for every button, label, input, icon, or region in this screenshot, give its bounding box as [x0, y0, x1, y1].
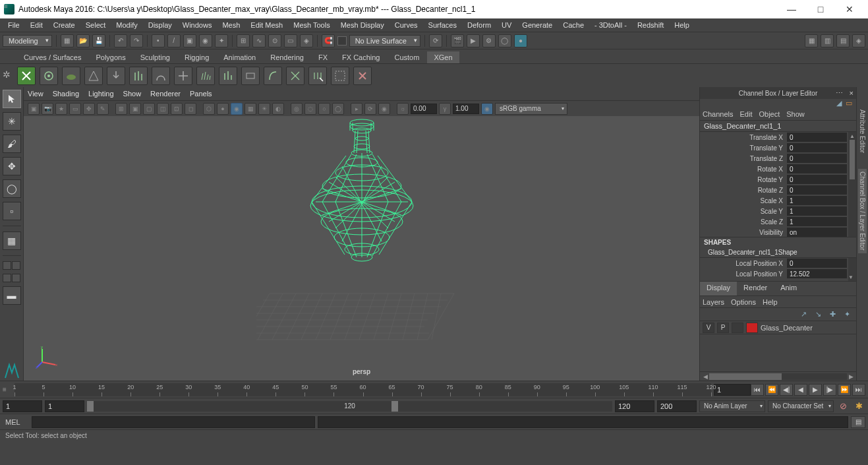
menu-edit-mesh[interactable]: Edit Mesh	[245, 20, 288, 30]
vp-gamma-icon[interactable]: γ	[439, 103, 451, 115]
timeline-menu-icon[interactable]: ≡	[3, 386, 12, 393]
menu-windows[interactable]: Windows	[177, 20, 217, 30]
step-forward-button[interactable]: |▶	[823, 384, 836, 396]
range-in-field[interactable]: 1	[45, 400, 84, 412]
menu-redshift[interactable]: Redshift	[632, 20, 669, 30]
hypershade-icon[interactable]: ●	[514, 34, 527, 47]
attr-value[interactable]: 1	[787, 217, 847, 226]
snap-grid-icon[interactable]: ⊞	[237, 34, 250, 47]
xgen-length-icon[interactable]	[219, 67, 237, 85]
layer-menu-options[interactable]: Options	[731, 298, 756, 306]
anim-layer-dropdown[interactable]: No Anim Layer	[699, 400, 765, 412]
attr-value[interactable]: 0	[787, 185, 847, 195]
undo-icon[interactable]: ↶	[114, 34, 127, 47]
xgen-bend-icon[interactable]	[264, 67, 282, 85]
step-back-key-button[interactable]: ⏪	[765, 384, 778, 396]
vp-menu-view[interactable]: View	[28, 90, 43, 98]
close-button[interactable]: ✕	[835, 0, 864, 18]
xgen-select-icon[interactable]	[308, 67, 327, 85]
cb-menu-object[interactable]: Object	[759, 110, 780, 118]
workspace-mode-dropdown[interactable]: Modeling	[3, 35, 52, 47]
menu-generate[interactable]: Generate	[517, 20, 558, 30]
menu--3dtoall-[interactable]: - 3DtoAll -	[589, 20, 632, 30]
attr-row-rotate-x[interactable]: Rotate X0	[700, 164, 856, 174]
xgen-guide-icon[interactable]	[129, 67, 148, 85]
timeline-ruler[interactable]: 1510152025303540455055606570758085909510…	[14, 383, 711, 396]
rotate-tool[interactable]: ◯	[3, 179, 21, 198]
layout-quad2-icon[interactable]	[12, 261, 20, 270]
layer-menu-layers[interactable]: Layers	[703, 298, 724, 306]
shelf-tab-curves-surfaces[interactable]: Curves / Surfaces	[17, 51, 88, 63]
attr-row-scale-y[interactable]: Scale Y1	[700, 206, 856, 216]
range-start-field[interactable]: 1	[3, 400, 42, 412]
attr-row-scale-x[interactable]: Scale X1	[700, 195, 856, 206]
xgen-open-icon[interactable]	[17, 67, 36, 85]
vp-wireframe-icon[interactable]: ⬡	[203, 103, 215, 115]
viewport-3d[interactable]: y x z persp	[24, 116, 699, 381]
range-out-field[interactable]: 120	[615, 400, 654, 412]
shelf-tab-fx[interactable]: FX	[312, 51, 334, 63]
ipr-render-icon[interactable]: ▶	[467, 34, 480, 47]
channel-icon2[interactable]: ▭	[846, 99, 852, 108]
scale-tool[interactable]: ▫	[3, 202, 21, 220]
xgen-sculpt-icon[interactable]	[152, 67, 170, 85]
layer-display-cell[interactable]	[732, 323, 743, 333]
select-multi-icon[interactable]: ✦	[215, 34, 228, 47]
vp-field-chart-icon[interactable]: ⊡	[171, 103, 183, 115]
maximize-button[interactable]: □	[806, 0, 835, 18]
menu-cache[interactable]: Cache	[558, 20, 589, 30]
menu-mesh-tools[interactable]: Mesh Tools	[288, 20, 335, 30]
vp-shaded-wire-icon[interactable]: ◉	[231, 103, 243, 115]
live-surface-dropdown[interactable]: No Live Surface	[349, 35, 420, 47]
snap-point-icon[interactable]: ⊙	[268, 34, 281, 47]
shelf-tab-custom[interactable]: Custom	[388, 51, 426, 63]
xgen-export-icon[interactable]	[107, 67, 125, 85]
autokey-icon[interactable]: ⊘	[836, 400, 850, 413]
vp-xray-joints-icon[interactable]: ○	[318, 103, 330, 115]
shelf-tab-rendering[interactable]: Rendering	[264, 51, 310, 63]
cmd-input[interactable]	[32, 416, 315, 428]
xgen-desc-icon[interactable]	[40, 67, 58, 85]
attr-row-scale-z[interactable]: Scale Z1	[700, 216, 856, 227]
menu-deform[interactable]: Deform	[462, 20, 496, 30]
vp-exposure-icon[interactable]: ☼	[397, 103, 409, 115]
shape-attr-row[interactable]: Local Position Y12.502	[700, 268, 856, 279]
attr-row-visibility[interactable]: Visibilityon	[700, 227, 856, 237]
attr-value[interactable]: 0	[787, 259, 847, 268]
layout-quad3-icon[interactable]	[3, 274, 11, 282]
attr-value[interactable]: 0	[787, 133, 847, 142]
snap-curve-icon[interactable]: ∿	[252, 34, 266, 47]
vp-motion-icon[interactable]: ⟳	[364, 103, 376, 115]
vp-bookmark-icon[interactable]: ★	[55, 103, 67, 115]
go-end-button[interactable]: ⏭	[852, 384, 865, 396]
vp-gate-mask-icon[interactable]: ◫	[157, 103, 169, 115]
xgen-import-icon[interactable]	[84, 67, 103, 85]
step-back-button[interactable]: ◀|	[780, 384, 793, 396]
vp-view-transform-icon[interactable]: ◉	[481, 103, 493, 115]
menu-mesh-display[interactable]: Mesh Display	[335, 20, 390, 30]
layer-visibility-cell[interactable]: V	[703, 323, 714, 333]
attr-value[interactable]: 0	[787, 164, 847, 173]
script-editor-button[interactable]: ▤	[851, 416, 865, 428]
layer-color-swatch[interactable]	[746, 323, 758, 333]
construction-history-icon[interactable]: ⟳	[429, 34, 442, 47]
vp-dof-icon[interactable]: ◉	[378, 103, 390, 115]
attr-row-translate-x[interactable]: Translate X0	[700, 132, 856, 142]
select-object-icon[interactable]: ◉	[199, 34, 212, 47]
select-vertex-icon[interactable]: •	[152, 34, 165, 47]
paint-tool[interactable]: 🖌	[3, 135, 21, 153]
vp-shaded-icon[interactable]: ●	[217, 103, 229, 115]
attr-value[interactable]: on	[787, 228, 847, 237]
menu-mesh[interactable]: Mesh	[217, 20, 245, 30]
cmd-language-label[interactable]: MEL	[3, 418, 29, 426]
attr-row-rotate-z[interactable]: Rotate Z0	[700, 185, 856, 195]
xgen-cut-icon[interactable]	[286, 67, 304, 85]
save-scene-icon[interactable]: 💾	[92, 34, 105, 47]
vp-menu-renderer[interactable]: Renderer	[150, 90, 181, 98]
layer-tab-display[interactable]: Display	[700, 282, 737, 295]
layer-new-empty-icon[interactable]: ✚	[827, 309, 838, 320]
range-end-field[interactable]: 200	[657, 400, 697, 412]
layer-hscrollbar[interactable]: ◀▶	[700, 371, 856, 381]
layer-tab-anim[interactable]: Anim	[774, 282, 803, 295]
xgen-width-icon[interactable]	[241, 67, 260, 85]
